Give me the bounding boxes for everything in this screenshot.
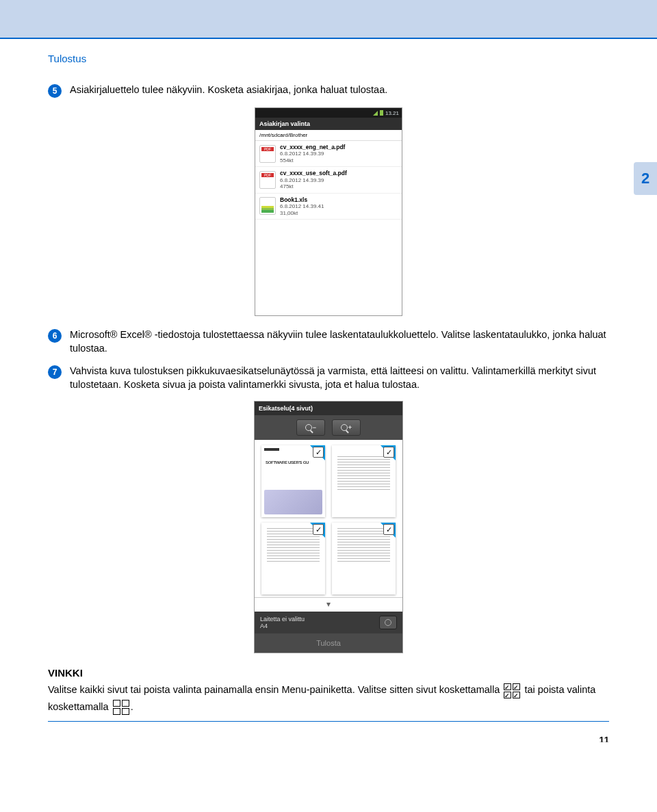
- file-row[interactable]: cv_xxxx_use_soft_a.pdf 6.8.2012 14.39.39…: [255, 167, 402, 193]
- file-row[interactable]: cv_xxxx_eng_net_a.pdf 6.8.2012 14.39.39 …: [255, 141, 402, 167]
- magnifier-icon: [341, 424, 348, 431]
- checkmark-icon: ✓: [383, 447, 394, 458]
- file-date: 6.8.2012 14.39.41: [280, 203, 324, 210]
- pdf-icon: [259, 171, 276, 189]
- top-band: [0, 0, 657, 38]
- header-rule: [0, 38, 657, 39]
- device-bar[interactable]: Laitetta ei valittu A4: [255, 612, 402, 633]
- checkmark-icon: ✓: [313, 447, 324, 458]
- thumb-caption: SOFTWARE USER'S GU: [266, 460, 309, 464]
- page-thumbnail[interactable]: ✓: [332, 523, 396, 594]
- step-text: Microsoft® Excel® -tiedostoja tulostetta…: [70, 328, 609, 355]
- file-info: cv_xxxx_eng_net_a.pdf 6.8.2012 14.39.39 …: [280, 144, 345, 163]
- page-thumbnail[interactable]: SOFTWARE USER'S GU ✓: [261, 445, 325, 517]
- tip-text-a: Valitse kaikki sivut tai poista valinta …: [48, 684, 502, 695]
- file-size: 31,00kt: [280, 210, 324, 217]
- chevron-down-icon[interactable]: ▾: [255, 598, 402, 612]
- step-text: Vahvista kuva tulostuksen pikkukuvaesika…: [70, 365, 609, 391]
- zoom-out-button[interactable]: −: [296, 419, 325, 436]
- deselect-all-icon: [113, 700, 129, 715]
- signal-icon: [373, 111, 378, 116]
- checkmark-icon: ✓: [383, 524, 394, 535]
- zoom-controls: − +: [255, 415, 402, 440]
- step-6: 6 Microsoft® Excel® -tiedostoja tulostet…: [48, 328, 609, 355]
- section-title: Tulostus: [48, 53, 609, 64]
- tip-heading: VINKKI: [48, 667, 609, 679]
- file-date: 6.8.2012 14.39.39: [280, 177, 347, 184]
- screenshot-file-list: 13.21 Asiakirjan valinta /mnt/sdcard/Bro…: [255, 107, 402, 316]
- magnifier-icon: [305, 424, 312, 431]
- step-bullet: 7: [48, 365, 62, 379]
- screenshot-preview: Esikatselu(4 sivut) − + SOFTWARE USER'S …: [254, 401, 403, 653]
- step-bullet: 5: [48, 84, 62, 98]
- page-thumbnail[interactable]: ✓: [261, 523, 325, 594]
- step-5: 5 Asiakirjaluettelo tulee näkyviin. Kosk…: [48, 83, 609, 98]
- file-size: 554kt: [280, 157, 345, 164]
- file-name: cv_xxxx_eng_net_a.pdf: [280, 144, 345, 150]
- step-bullet: 6: [48, 329, 62, 343]
- tip-rule: [48, 721, 609, 722]
- step-text: Asiakirjaluettelo tulee näkyviin. Kosket…: [70, 83, 609, 97]
- text-lines: [337, 456, 390, 490]
- status-time: 13.21: [385, 110, 399, 116]
- page-content: 2 Tulostus 5 Asiakirjaluettelo tulee näk…: [0, 53, 657, 742]
- keyboard-graphic: [264, 490, 322, 514]
- battery-icon: [380, 110, 383, 116]
- file-size: 475kt: [280, 183, 347, 190]
- brand-mark: [264, 448, 279, 451]
- device-info: Laitetta ei valittu A4: [260, 616, 305, 629]
- blank-area: [255, 220, 402, 315]
- print-button[interactable]: Tulosta: [255, 633, 402, 653]
- file-name: cv_xxxx_use_soft_a.pdf: [280, 170, 347, 176]
- page-thumbnail[interactable]: ✓: [332, 445, 396, 517]
- tip-body: Valitse kaikki sivut tai poista valinta …: [48, 681, 609, 715]
- select-all-icon: [504, 683, 520, 698]
- folder-path: /mnt/sdcard/Brother: [255, 130, 402, 141]
- section-tab: 2: [634, 162, 657, 195]
- thumbnail-grid: SOFTWARE USER'S GU ✓ ✓ ✓ ✓: [255, 440, 402, 598]
- pdf-icon: [259, 145, 276, 163]
- file-info: cv_xxxx_use_soft_a.pdf 6.8.2012 14.39.39…: [280, 170, 347, 189]
- file-info: Book1.xls 6.8.2012 14.39.41 31,00kt: [280, 196, 324, 216]
- tip-text-c: .: [131, 701, 133, 712]
- screen-title: Asiakirjan valinta: [255, 118, 402, 130]
- file-row[interactable]: Book1.xls 6.8.2012 14.39.41 31,00kt: [255, 194, 402, 220]
- paper-size: A4: [260, 623, 305, 629]
- device-status: Laitetta ei valittu: [260, 616, 305, 623]
- camera-icon[interactable]: [379, 616, 397, 629]
- preview-title: Esikatselu(4 sivut): [255, 402, 402, 415]
- file-name: Book1.xls: [280, 196, 324, 203]
- page-number: 11: [600, 735, 609, 742]
- android-statusbar: 13.21: [255, 108, 402, 118]
- zoom-in-button[interactable]: +: [332, 419, 361, 436]
- checkmark-icon: ✓: [313, 524, 324, 535]
- file-date: 6.8.2012 14.39.39: [280, 150, 345, 157]
- step-7: 7 Vahvista kuva tulostuksen pikkukuvaesi…: [48, 365, 609, 391]
- xls-icon: [259, 197, 276, 215]
